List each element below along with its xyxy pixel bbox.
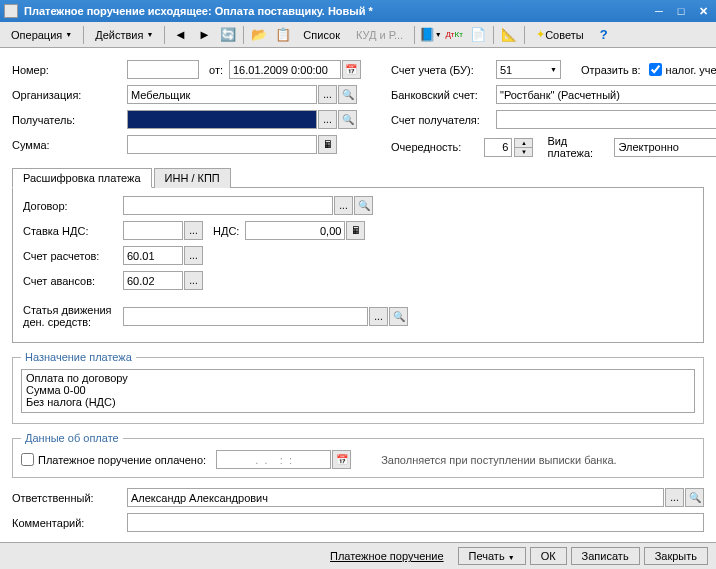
date-input[interactable] [229, 60, 341, 79]
payment-fieldset: Данные об оплате Платежное поручение опл… [12, 432, 704, 478]
tab-breakdown[interactable]: Расшифровка платежа [12, 168, 152, 188]
operation-menu[interactable]: Операция▼ [4, 25, 79, 45]
footer-bar: Платежное поручение Печать ▼ ОК Записать… [0, 542, 716, 569]
print-form-link[interactable]: Платежное поручение [320, 548, 454, 564]
paid-date-input[interactable] [216, 450, 331, 469]
advance-acc-input[interactable] [123, 271, 183, 290]
calc-acc-select-button[interactable]: ... [184, 246, 203, 265]
responsible-input[interactable] [127, 488, 664, 507]
responsible-select-button[interactable]: ... [665, 488, 684, 507]
payment-hint: Заполняется при поступлении выписки банк… [381, 454, 616, 466]
go-icon[interactable]: 📘▼ [419, 25, 441, 45]
sum-label: Сумма: [12, 139, 127, 151]
order-input[interactable] [484, 138, 512, 157]
calendar-icon[interactable]: 📅 [342, 60, 361, 79]
movement-select-button[interactable]: ... [369, 307, 388, 326]
vat-rate-input[interactable] [123, 221, 183, 240]
calc-acc-label: Счет расчетов: [23, 250, 123, 262]
refresh-icon[interactable]: 🔄 [217, 25, 239, 45]
paid-calendar-icon[interactable]: 📅 [332, 450, 351, 469]
account-label: Счет учета (БУ): [391, 64, 496, 76]
help-icon[interactable]: ? [593, 25, 615, 45]
dtkt-icon[interactable]: ДтКт [443, 25, 465, 45]
recipient-label: Получатель: [12, 114, 127, 126]
calc-acc-input[interactable] [123, 246, 183, 265]
tax-check-label: налог. учете [666, 64, 716, 76]
advice-button[interactable]: ✦ Советы [529, 25, 590, 45]
toolbar: Операция▼ Действия▼ ◄ ► 🔄 📂 📋 Список КУД… [0, 22, 716, 48]
ok-button[interactable]: ОК [530, 547, 567, 565]
number-input[interactable] [127, 60, 199, 79]
kudir-button: КУД и Р... [349, 25, 410, 45]
movement-input[interactable] [123, 307, 368, 326]
recipient-acc-input[interactable] [496, 110, 716, 129]
tax-checkbox[interactable] [649, 63, 662, 76]
paid-checkbox[interactable] [21, 453, 34, 466]
nav-forward-icon[interactable]: ► [193, 25, 215, 45]
vat-input[interactable] [245, 221, 345, 240]
comment-input[interactable] [127, 513, 704, 532]
vat-calc-icon[interactable]: 🖩 [346, 221, 365, 240]
minimize-button[interactable]: ─ [650, 4, 668, 18]
save-button[interactable]: Записать [571, 547, 640, 565]
movement-search-icon[interactable]: 🔍 [389, 307, 408, 326]
paid-checkbox-wrap[interactable]: Платежное поручение оплачено: [21, 453, 206, 466]
purpose-legend: Назначение платежа [21, 351, 136, 363]
order-down-icon[interactable]: ▼ [514, 147, 533, 157]
close-form-button[interactable]: Закрыть [644, 547, 708, 565]
settings-icon[interactable]: 📐 [498, 25, 520, 45]
movement-label: Статья движения ден. средств: [23, 304, 123, 328]
org-label: Организация: [12, 89, 127, 101]
bank-label: Банковский счет: [391, 89, 496, 101]
advance-acc-label: Счет авансов: [23, 275, 123, 287]
close-button[interactable]: ✕ [694, 4, 712, 18]
window-title: Платежное поручение исходящее: Оплата по… [24, 5, 646, 17]
recipient-select-button[interactable]: ... [318, 110, 337, 129]
payment-type-label: Вид платежа: [547, 135, 608, 159]
contract-select-button[interactable]: ... [334, 196, 353, 215]
org-input[interactable] [127, 85, 317, 104]
responsible-label: Ответственный: [12, 492, 127, 504]
number-label: Номер: [12, 64, 127, 76]
recipient-input[interactable] [127, 110, 317, 129]
report-icon[interactable]: 📄 [467, 25, 489, 45]
vat-rate-select-button[interactable]: ... [184, 221, 203, 240]
account-select[interactable]: 51▼ [496, 60, 561, 79]
order-label: Очередность: [391, 141, 484, 153]
purpose-fieldset: Назначение платежа Оплата по договору Су… [12, 351, 704, 424]
list-button[interactable]: Список [296, 25, 347, 45]
recipient-acc-label: Счет получателя: [391, 114, 496, 126]
org-select-button[interactable]: ... [318, 85, 337, 104]
recipient-search-icon[interactable]: 🔍 [338, 110, 357, 129]
responsible-search-icon[interactable]: 🔍 [685, 488, 704, 507]
ot-label: от: [209, 64, 223, 76]
vat-label: НДС: [213, 225, 239, 237]
titlebar: Платежное поручение исходящее: Оплата по… [0, 0, 716, 22]
payment-type-input[interactable] [614, 138, 716, 157]
bank-input[interactable] [496, 85, 716, 104]
contract-input[interactable] [123, 196, 333, 215]
post-icon[interactable]: 📋 [272, 25, 294, 45]
form-content: Номер: от: 📅 Организация: ... 🔍 Получате… [0, 48, 716, 542]
tax-checkbox-wrap[interactable]: налог. учете [649, 63, 716, 76]
sum-input[interactable] [127, 135, 317, 154]
vat-rate-label: Ставка НДС: [23, 225, 123, 237]
paid-label: Платежное поручение оплачено: [38, 454, 206, 466]
nav-back-icon: ◄ [169, 25, 191, 45]
reflect-label: Отразить в: [581, 64, 641, 76]
contract-label: Договор: [23, 200, 123, 212]
tab-inn-kpp[interactable]: ИНН / КПП [154, 168, 231, 188]
tab-container: Расшифровка платежа ИНН / КПП Договор: .… [12, 167, 704, 343]
purpose-textarea[interactable]: Оплата по договору Сумма 0-00 Без налога… [21, 369, 695, 413]
comment-label: Комментарий: [12, 517, 127, 529]
actions-menu[interactable]: Действия▼ [88, 25, 160, 45]
app-icon [4, 4, 18, 18]
org-search-icon[interactable]: 🔍 [338, 85, 357, 104]
payment-legend: Данные об оплате [21, 432, 123, 444]
maximize-button[interactable]: □ [672, 4, 690, 18]
print-button[interactable]: Печать ▼ [458, 547, 526, 565]
calc-icon[interactable]: 🖩 [318, 135, 337, 154]
structure-icon[interactable]: 📂 [248, 25, 270, 45]
advance-acc-select-button[interactable]: ... [184, 271, 203, 290]
contract-search-icon[interactable]: 🔍 [354, 196, 373, 215]
